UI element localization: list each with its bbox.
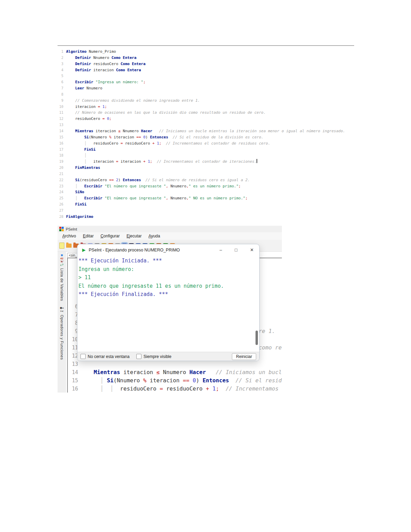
- code-line: 15 Si(Nnumero % iteracion == 0) Entonces…: [58, 134, 354, 140]
- line-number: 13: [68, 360, 80, 368]
- code-line: 2 Definir Nnumero Como Entera: [58, 55, 354, 61]
- line-number: 15: [58, 134, 63, 140]
- always-visible-checkbox[interactable]: [136, 354, 141, 359]
- code-line: 22 Si(residuoCero == 2) Entonces // Si e…: [58, 177, 354, 183]
- play-icon: ▶: [82, 248, 86, 252]
- code-line: 17 FinSi: [58, 147, 354, 153]
- line-number: 28: [58, 214, 63, 220]
- close-button[interactable]: ✕: [250, 247, 254, 252]
- line-number: 15: [68, 376, 80, 385]
- open-file-icon[interactable]: [66, 244, 72, 248]
- no-close-label: No cerrar esta ventana: [88, 354, 129, 359]
- no-close-checkbox[interactable]: [80, 354, 86, 359]
- code-line: 3 Definir residuoCero Como Entera: [58, 61, 354, 67]
- line-number: 1: [58, 49, 63, 55]
- app-title: PSeInt: [66, 227, 77, 231]
- line-number: 19: [58, 159, 63, 165]
- operators-panel-icon[interactable]: ✱+≡<: [60, 307, 64, 313]
- code-line: 11 // Número de ocasiones en las que la …: [58, 110, 354, 116]
- scrollbar-thumb[interactable]: [256, 331, 258, 345]
- restart-button[interactable]: Reiniciar: [232, 353, 256, 360]
- line-number: 24: [58, 189, 63, 195]
- code-line: 26 FinSi: [58, 201, 354, 208]
- line-number: 25: [58, 195, 63, 201]
- menu-ejecutar[interactable]: Ejecutar: [123, 233, 145, 239]
- code-line: 4 Definir iteracion Como Entera: [58, 67, 354, 73]
- dialog-footer: No cerrar esta ventana Siempre visible R…: [77, 352, 259, 361]
- minimize-button[interactable]: –: [220, 247, 222, 252]
- line-number: 22: [58, 177, 63, 183]
- menu-configurar[interactable]: Configurar: [97, 233, 123, 239]
- variables-panel-icon[interactable]: ✱42'A'¿?: [60, 254, 64, 266]
- console-line: > 11: [78, 273, 259, 282]
- always-visible-label: Siempre visible: [144, 354, 171, 359]
- line-number: 6: [58, 79, 63, 85]
- code-line: 13: [68, 360, 282, 368]
- left-sidebar: ✱42'A'¿? Lista de Variables ✱+≡< Operado…: [58, 252, 66, 393]
- code-line: 20 FinMientras: [58, 165, 354, 171]
- page: 1Algoritmo Numero_Primo2 Definir Nnumero…: [0, 0, 411, 532]
- line-number: 3: [58, 61, 63, 67]
- code-line: 18 │: [58, 152, 354, 159]
- new-file-icon[interactable]: [59, 243, 64, 249]
- menu-ayuda[interactable]: Ayuda: [145, 233, 163, 239]
- code-line: 14 Mientras iteracion ≤ Nnumero Hacer //…: [58, 128, 354, 134]
- code-line: 14 Mientras iteracion ≤ Nnumero Hacer //…: [68, 368, 282, 376]
- line-number: 27: [58, 208, 63, 214]
- code-line: 6 Escribir "Ingresa un número: ";: [58, 79, 354, 85]
- code-listing: 1Algoritmo Numero_Primo2 Definir Nnumero…: [58, 45, 354, 220]
- sidebar-tab-operadores-y-funciones[interactable]: Operadores y Funciones: [60, 315, 64, 360]
- code-line: 19 │ iteracion = iteracion + 1; // Incre…: [58, 159, 354, 165]
- line-number: 11: [58, 110, 63, 116]
- line-number: 12: [58, 116, 63, 122]
- code-line: 27: [58, 208, 354, 214]
- code-line: 15 │ Si(Nnumero % iteracion == 0) Entonc…: [68, 376, 282, 385]
- line-number: 23: [58, 183, 63, 189]
- line-number: 16: [68, 385, 80, 393]
- code-line: 25 │ Escribir "El número que ingresaste …: [58, 195, 354, 201]
- dialog-titlebar: ▶ PSeInt - Ejecutando proceso NUMERO_PRI…: [77, 244, 259, 256]
- line-number: 10: [58, 104, 63, 110]
- line-number: 8: [58, 91, 63, 98]
- code-line: 5: [58, 73, 354, 79]
- dialog-title: PSeInt - Ejecutando proceso NUMERO_PRIMO: [89, 248, 180, 252]
- code-line: 21: [58, 171, 354, 177]
- line-number: 18: [58, 152, 63, 159]
- line-number: 7: [58, 85, 63, 91]
- line-number: 5: [58, 73, 63, 79]
- code-line: 13: [58, 122, 354, 128]
- line-number: 17: [58, 147, 63, 153]
- line-number: 2: [58, 55, 63, 61]
- console-line: *** Ejecución Iniciada. ***: [78, 257, 259, 265]
- code-line: 16 │ residuoCero = residuoCero + 1; // I…: [58, 140, 354, 147]
- console-line: *** Ejecución Finalizada. ***: [78, 290, 259, 299]
- line-number: 14: [58, 128, 63, 134]
- console-line: Ingresa un número:: [78, 265, 259, 274]
- line-number: 26: [58, 201, 63, 208]
- execution-dialog: ▶ PSeInt - Ejecutando proceso NUMERO_PRI…: [77, 244, 260, 361]
- console-output[interactable]: *** Ejecución Iniciada. ***Ingresa un nú…: [77, 256, 259, 352]
- code-line: 9 // Comenzaremos dividiendo el número i…: [58, 98, 354, 104]
- menu-bar: ArchivoEditarConfigurarEjecutarAyuda: [58, 232, 282, 240]
- line-number: 9: [58, 98, 63, 104]
- menu-archivo[interactable]: Archivo: [59, 233, 79, 239]
- console-line: El número que ingresaste 11 es un número…: [78, 282, 259, 290]
- code-line: 7 Leer Nnumero: [58, 85, 354, 91]
- maximize-button[interactable]: □: [235, 247, 237, 252]
- line-number: 21: [58, 171, 63, 177]
- line-number: 16: [58, 140, 63, 147]
- line-number: 14: [68, 368, 80, 376]
- menu-editar[interactable]: Editar: [79, 233, 97, 239]
- app-titlebar: PSeInt: [58, 226, 282, 232]
- line-number: 4: [58, 67, 63, 73]
- code-line: 23 │ Escribir "El número que ingresaste …: [58, 183, 354, 189]
- line-number: 13: [58, 122, 63, 128]
- code-line: 1Algoritmo Numero_Primo: [58, 49, 354, 55]
- line-number: 20: [58, 165, 63, 171]
- code-line: 24 SiNo: [58, 189, 354, 195]
- code-line: 12 residuoCero = 0;: [58, 116, 354, 122]
- pseint-logo-icon: [59, 227, 64, 231]
- code-line: 28FinAlgoritmo: [58, 214, 354, 220]
- code-line: 16 │ │ residuoCero = residuoCero + 1; //…: [68, 385, 282, 393]
- sidebar-tab-lista-de-variables[interactable]: Lista de Variables: [60, 268, 64, 301]
